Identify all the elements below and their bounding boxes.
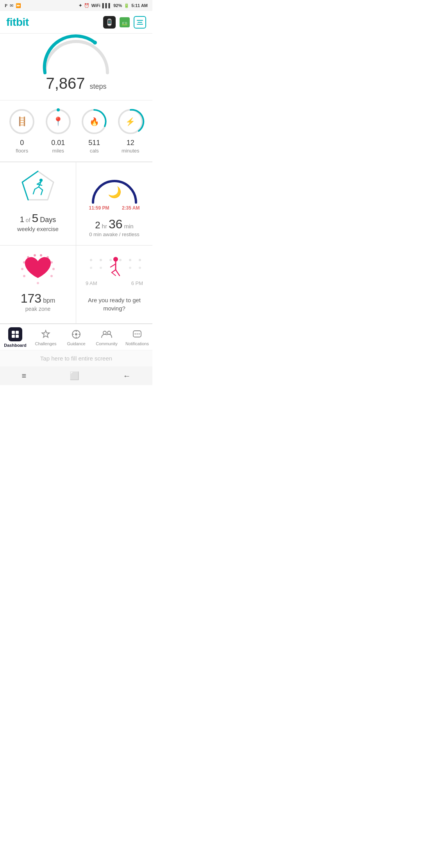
pinterest-icon: 𝐏 [5, 3, 7, 8]
minutes-icon: ⚡ [125, 117, 135, 126]
fitbit-logo: fitbit [6, 16, 29, 29]
cals-icon: 🔥 [89, 117, 99, 126]
menu-button[interactable] [134, 16, 146, 29]
svg-point-35 [90, 259, 92, 261]
svg-line-49 [112, 270, 116, 273]
miles-circle: 📍 [44, 108, 72, 136]
android-home-btn[interactable]: ⬜ [70, 371, 79, 380]
steps-arc [37, 32, 115, 75]
svg-point-57 [75, 334, 77, 335]
device-battery-icon[interactable]: ((·)) [120, 17, 130, 27]
community-icon [101, 329, 112, 340]
heart-rate-card[interactable]: 173 bpm peak zone [0, 246, 76, 324]
minutes-unit: minutes [122, 148, 139, 154]
steps-section[interactable]: 7,867 steps [0, 34, 152, 100]
nav-dashboard[interactable]: Dashboard [4, 327, 27, 348]
exercise-stat: 1 of 5 Days weekly exercise [17, 212, 59, 232]
miles-unit: miles [52, 148, 64, 154]
nav-bar: Dashboard Challenges Guidance [0, 324, 152, 350]
tap-hint[interactable]: Tap here to fill entire screen [0, 350, 152, 366]
nav-challenges[interactable]: Challenges [34, 329, 57, 346]
minutes-value: 12 [127, 139, 134, 147]
sleep-times: 11:59 PM 2:35 AM [89, 205, 140, 211]
challenges-label: Challenges [35, 341, 56, 346]
svg-line-18 [33, 189, 35, 194]
tap-hint-text: Tap here to fill entire screen [40, 355, 112, 362]
minutes-circle: ⚡ [116, 108, 145, 136]
steps-count: 7,867 [46, 75, 85, 92]
cals-unit: cals [90, 148, 99, 154]
android-nav: ≡ ⬜ ← [0, 366, 152, 385]
sleep-arc-wrap: 🌙 [89, 173, 140, 204]
svg-point-63 [107, 331, 111, 334]
sleep-end-time: 2:35 AM [122, 205, 140, 211]
active-headline: Are you ready to get moving? [82, 296, 146, 312]
exercise-current: 1 [20, 215, 24, 224]
guidance-icon [71, 329, 82, 340]
svg-point-28 [40, 254, 42, 256]
svg-line-20 [41, 190, 43, 195]
exercise-card[interactable]: 1 of 5 Days weekly exercise [0, 162, 76, 246]
cards-grid: 1 of 5 Days weekly exercise 🌙 11:59 PM 2… [0, 162, 152, 324]
metric-floors[interactable]: 🪜 0 floors [8, 108, 36, 154]
sleep-start-time: 11:59 PM [89, 205, 109, 211]
exercise-of: of [26, 217, 30, 223]
battery-percent: 92% [113, 3, 122, 8]
metrics-row: 🪜 0 floors 📍 0.01 miles 🔥 511 cals [0, 100, 152, 162]
svg-rect-53 [12, 335, 15, 338]
cals-value: 511 [88, 139, 100, 147]
challenges-icon [40, 329, 51, 340]
exercise-sub-label: weekly exercise [17, 226, 59, 232]
metric-miles[interactable]: 📍 0.01 miles [44, 108, 72, 154]
sleep-card[interactable]: 🌙 11:59 PM 2:35 AM 2 hr 36 min 0 min awa… [76, 162, 152, 246]
svg-point-38 [119, 259, 122, 261]
cals-circle: 🔥 [80, 108, 108, 136]
svg-point-39 [129, 259, 131, 261]
svg-point-66 [137, 334, 138, 335]
active-icon-area: 9 AM 6 PM [82, 253, 146, 290]
svg-point-27 [34, 254, 36, 256]
heart-zone: peak zone [21, 306, 55, 312]
nav-guidance[interactable]: Guidance [64, 329, 88, 346]
dashboard-icon [8, 327, 22, 341]
svg-text:((·)): ((·)) [122, 21, 127, 25]
svg-point-44 [139, 267, 141, 269]
notifications-icon [132, 329, 143, 340]
active-end-time: 6 PM [131, 280, 143, 286]
watch-device-icon[interactable]: 12B [103, 16, 116, 29]
nav-community[interactable]: Community [95, 329, 118, 346]
svg-line-22 [37, 184, 42, 185]
community-label: Community [96, 341, 118, 346]
svg-rect-3 [108, 18, 111, 19]
active-card[interactable]: 9 AM 6 PM Are you ready to get moving? [76, 246, 152, 324]
nav-notifications[interactable]: Notifications [125, 329, 149, 346]
mail-icon: ✉ [10, 3, 13, 8]
steps-label: steps [90, 82, 107, 91]
android-back-btn[interactable]: ← [123, 371, 131, 380]
android-menu-btn[interactable]: ≡ [22, 371, 27, 380]
floors-value: 0 [20, 139, 24, 147]
wifi-icon: WiFi [91, 3, 100, 8]
header-actions: 12B ((·)) [103, 16, 146, 29]
app-header: fitbit 12B ((·)) [0, 11, 152, 34]
metric-cals[interactable]: 🔥 511 cals [80, 108, 108, 154]
svg-point-11 [57, 108, 60, 111]
svg-point-37 [109, 259, 112, 261]
svg-point-43 [129, 267, 131, 269]
svg-point-65 [135, 334, 136, 335]
metric-minutes[interactable]: ⚡ 12 minutes [116, 108, 145, 154]
miles-icon: 📍 [53, 117, 63, 127]
svg-line-48 [116, 270, 120, 276]
sleep-sub-label: 0 min awake / restless [89, 231, 139, 237]
heart-stat: 173 bpm peak zone [21, 291, 55, 312]
sleep-hr-label: hr [102, 223, 107, 230]
svg-rect-54 [16, 335, 19, 338]
status-bar: 𝐏 ✉ ⏩ ✦ ⏰ WiFi ▌▌▌ 92% 🔋 5:11 AM [0, 0, 152, 11]
sleep-min-label: min [124, 223, 134, 230]
svg-point-41 [90, 267, 92, 269]
svg-line-47 [111, 264, 116, 267]
svg-point-31 [52, 268, 55, 270]
svg-point-32 [50, 275, 53, 277]
floors-circle: 🪜 [8, 108, 36, 136]
svg-point-62 [103, 331, 106, 334]
